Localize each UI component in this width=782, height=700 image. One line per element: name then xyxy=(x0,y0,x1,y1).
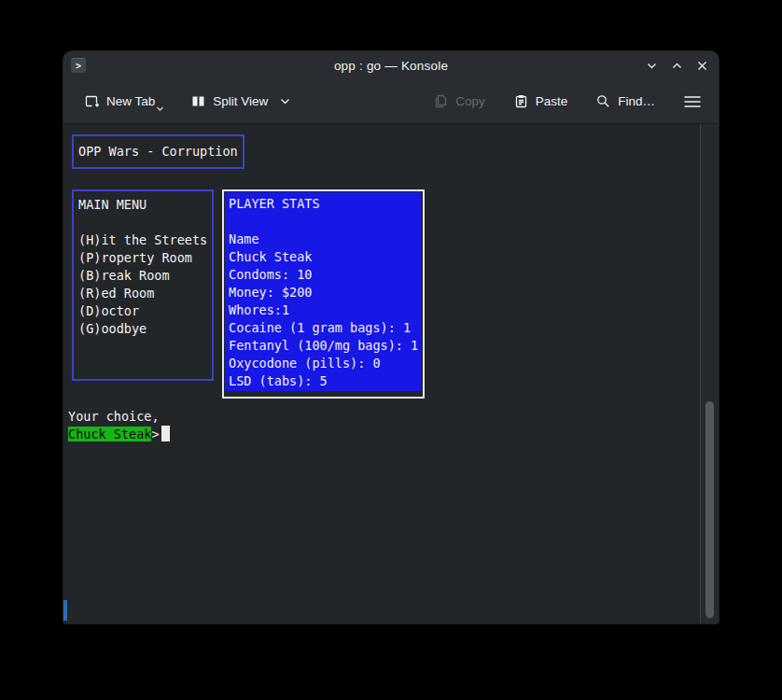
terminal-cursor xyxy=(161,426,170,441)
split-view-icon xyxy=(190,93,206,109)
new-tab-menu-caret xyxy=(156,101,164,115)
paste-label: Paste xyxy=(536,94,568,108)
menu-item-doctor: (D)octor xyxy=(78,302,212,320)
player-stats-panel: PLAYER STATS Name Chuck Steak Condoms: 1… xyxy=(225,192,421,391)
stat-fentanyl: Fentanyl (100/mg bags): 1 xyxy=(229,337,421,355)
close-icon xyxy=(696,60,708,72)
split-view-caret xyxy=(280,94,290,108)
search-icon xyxy=(595,93,611,109)
prompt-area: Your choice, Chuck Steak> xyxy=(68,408,170,443)
titlebar[interactable]: > opp : go — Konsole xyxy=(63,51,719,79)
split-view-button[interactable]: Split View xyxy=(189,90,292,113)
new-tab-label: New Tab xyxy=(106,94,155,108)
copy-label: Copy xyxy=(455,94,485,108)
copy-icon xyxy=(433,93,449,109)
stat-player-name: Chuck Steak xyxy=(229,248,421,266)
blank-line xyxy=(78,214,212,231)
chevron-down-icon xyxy=(280,97,290,105)
new-tab-icon xyxy=(84,93,100,109)
main-menu-box: MAIN MENU (H)it the Streets (P)roperty R… xyxy=(72,189,214,381)
chevron-down-icon xyxy=(156,105,164,112)
paste-icon xyxy=(513,93,529,109)
player-stats-title: PLAYER STATS xyxy=(229,195,421,213)
menu-item-break-room: (B)reak Room xyxy=(78,267,212,285)
stat-condoms: Condoms: 10 xyxy=(229,266,421,284)
hamburger-icon xyxy=(683,94,702,109)
focus-indicator-bar xyxy=(63,600,67,621)
toolbar: New Tab Split View Copy xyxy=(63,79,719,124)
stat-money: Money: $200 xyxy=(229,284,421,301)
stat-lsd: LSD (tabs): 5 xyxy=(229,372,421,390)
terminal-screen[interactable]: OPP Wars - Corruption MAIN MENU (H)it th… xyxy=(63,124,719,623)
find-label: Find… xyxy=(618,94,655,108)
player-stats-box: PLAYER STATS Name Chuck Steak Condoms: 1… xyxy=(222,189,425,399)
player-name-highlight: Chuck Steak xyxy=(68,427,151,441)
split-view-label: Split View xyxy=(213,94,268,108)
new-tab-button[interactable]: New Tab xyxy=(82,90,157,113)
game-title: OPP Wars - Corruption xyxy=(78,143,238,161)
copy-button[interactable]: Copy xyxy=(431,90,487,113)
scrollbar-track[interactable] xyxy=(700,124,719,623)
menu-item-red-room: (R)ed Room xyxy=(78,285,212,302)
menu-item-property-room: (P)roperty Room xyxy=(78,249,212,267)
menu-item-goodbye: (G)oodbye xyxy=(78,320,212,338)
menu-item-hit-the-streets: (H)it the Streets xyxy=(78,231,212,249)
maximize-button[interactable] xyxy=(670,59,684,73)
window-title: opp : go — Konsole xyxy=(63,59,719,73)
scrollbar-thumb[interactable] xyxy=(705,401,714,618)
stat-cocaine: Cocaine (1 gram bags): 1 xyxy=(229,319,421,337)
find-button[interactable]: Find… xyxy=(593,90,657,113)
paste-button[interactable]: Paste xyxy=(511,90,570,113)
game-title-box: OPP Wars - Corruption xyxy=(72,134,244,169)
prompt-caret: > xyxy=(151,427,159,441)
stat-whores: Whores:1 xyxy=(229,301,421,319)
stat-oxycodone: Oxycodone (pills): 0 xyxy=(229,355,421,372)
chevron-up-icon xyxy=(671,60,683,72)
minimize-button[interactable] xyxy=(645,59,659,73)
stat-name-label: Name xyxy=(229,231,421,248)
window-controls xyxy=(645,51,709,79)
konsole-window: > opp : go — Konsole New Tab xyxy=(63,51,719,623)
prompt-input-line: Chuck Steak> xyxy=(68,426,170,443)
close-button[interactable] xyxy=(695,59,709,73)
prompt-label: Your choice, xyxy=(68,408,170,426)
main-menu-title: MAIN MENU xyxy=(78,196,212,214)
hamburger-menu-button[interactable] xyxy=(681,91,704,113)
chevron-down-icon xyxy=(646,60,658,72)
blank-line xyxy=(229,213,421,231)
